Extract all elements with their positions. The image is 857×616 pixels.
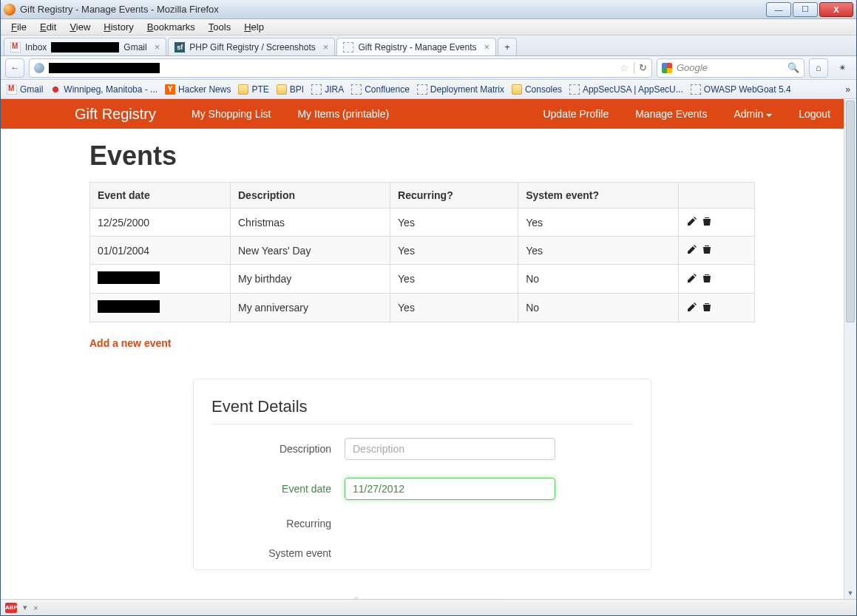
- browser-search-box[interactable]: Google 🔍: [657, 58, 805, 78]
- bookmark-item[interactable]: YHacker News: [165, 84, 231, 95]
- menu-help[interactable]: Help: [238, 20, 270, 34]
- divider: [634, 62, 634, 74]
- menu-view[interactable]: View: [64, 20, 96, 34]
- page-icon: [569, 84, 580, 95]
- cell-event-date: 01/01/2004: [90, 237, 231, 265]
- bookmark-item[interactable]: AppSecUSA | AppSecU...: [569, 84, 683, 95]
- datepicker-notch: [351, 597, 362, 599]
- google-icon: [662, 63, 672, 73]
- panel-heading: Event Details: [211, 397, 633, 424]
- edit-icon[interactable]: [686, 215, 698, 227]
- gmail-icon: [10, 42, 21, 53]
- recurring-label: Recurring: [211, 518, 345, 529]
- edit-icon[interactable]: [686, 272, 698, 284]
- cell-recurring: Yes: [390, 294, 518, 322]
- close-icon[interactable]: ×: [484, 41, 490, 53]
- cell-description: My anniversary: [231, 294, 390, 322]
- browser-nav-toolbar: ← ☆ ↻ Google 🔍 ⌂ ✴: [1, 56, 856, 80]
- cell-event-date: 12/25/2000: [90, 209, 231, 237]
- home-icon: ⌂: [816, 62, 822, 73]
- menu-tools[interactable]: Tools: [203, 20, 237, 34]
- nav-link-admin[interactable]: Admin: [720, 99, 785, 129]
- browser-tab-gmail[interactable]: Inbox Gmail ×: [4, 38, 166, 55]
- bookmark-item[interactable]: JIRA: [311, 84, 344, 95]
- bookmark-item[interactable]: Deployment Matrix: [417, 84, 504, 95]
- addon-bar: ABP ▾ ×: [1, 599, 856, 615]
- trash-icon[interactable]: [701, 272, 713, 284]
- home-button[interactable]: ⌂: [809, 58, 828, 78]
- nav-link-manage-events[interactable]: Manage Events: [622, 99, 720, 129]
- page-icon: [417, 84, 427, 95]
- search-icon[interactable]: 🔍: [787, 62, 799, 73]
- gmail-icon: [7, 84, 17, 95]
- description-input[interactable]: [345, 438, 555, 460]
- tab-label: Gift Registry - Manage Events: [358, 42, 476, 53]
- back-button[interactable]: ←: [5, 58, 24, 78]
- sourceforge-icon: sf: [175, 42, 185, 53]
- reload-icon[interactable]: ↻: [639, 62, 647, 73]
- scrollbar-thumb[interactable]: [846, 101, 855, 322]
- event-details-panel: Event Details Description Event date Rec…: [193, 379, 651, 570]
- table-row: 12/25/2000ChristmasYesYes: [90, 209, 755, 237]
- menu-history[interactable]: History: [98, 20, 139, 34]
- bookmarks-overflow-icon[interactable]: »: [845, 84, 850, 95]
- cell-event-date: [90, 265, 231, 294]
- edit-icon[interactable]: [686, 301, 698, 313]
- scroll-down-icon[interactable]: ▼: [844, 586, 856, 599]
- cell-actions: [679, 294, 755, 322]
- window-maximize-button[interactable]: ☐: [793, 2, 818, 17]
- cell-recurring: Yes: [390, 237, 518, 265]
- trash-icon[interactable]: [701, 301, 713, 313]
- bookmark-label: Deployment Matrix: [430, 84, 504, 95]
- menu-edit[interactable]: Edit: [34, 20, 62, 34]
- cell-system: No: [518, 265, 679, 294]
- bookmark-item[interactable]: BPI: [277, 84, 304, 95]
- window-minimize-button[interactable]: —: [766, 2, 791, 17]
- browser-tab-sourceforge[interactable]: sf PHP Gift Registry / Screenshots ×: [168, 38, 335, 55]
- table-row: My anniversaryYesNo: [90, 294, 755, 322]
- bookmark-item[interactable]: Confluence: [351, 84, 410, 95]
- folder-icon: [512, 84, 522, 95]
- edit-icon[interactable]: [686, 243, 698, 255]
- adblock-icon[interactable]: ABP: [5, 603, 17, 613]
- nav-link-my-items[interactable]: My Items (printable): [284, 99, 402, 129]
- nav-link-logout[interactable]: Logout: [785, 99, 844, 129]
- window-close-button[interactable]: X: [819, 2, 853, 17]
- addon-dropdown-icon[interactable]: ▾: [23, 603, 27, 612]
- trash-icon[interactable]: [701, 215, 713, 227]
- bookmark-item[interactable]: OWASP WebGoat 5.4: [691, 84, 791, 95]
- bookmark-label: PTE: [251, 84, 268, 95]
- bookmark-label: Hacker News: [178, 84, 231, 95]
- bookmark-item[interactable]: PTE: [238, 84, 268, 95]
- bookmark-star-icon[interactable]: ☆: [620, 62, 629, 74]
- page-title: Events: [89, 141, 844, 172]
- nav-link-update-profile[interactable]: Update Profile: [529, 99, 622, 129]
- app-brand[interactable]: Gift Registry: [75, 106, 156, 123]
- browser-menubar: FileEditViewHistoryBookmarksToolsHelp: [1, 19, 856, 35]
- bookmark-item[interactable]: Gmail: [7, 84, 43, 95]
- bookmark-item[interactable]: Winnipeg, Manitoba - ...: [50, 84, 157, 95]
- extensions-button[interactable]: ✴: [833, 58, 852, 78]
- browser-tab-active[interactable]: Gift Registry - Manage Events ×: [336, 38, 496, 55]
- vertical-scrollbar[interactable]: ▲ ▼: [844, 99, 856, 599]
- tab-label: PHP Gift Registry / Screenshots: [189, 42, 316, 53]
- url-bar[interactable]: ☆ ↻: [29, 58, 652, 78]
- trash-icon[interactable]: [701, 243, 713, 255]
- search-placeholder: Google: [677, 62, 708, 73]
- nav-link-shopping-list[interactable]: My Shopping List: [178, 99, 284, 129]
- close-icon[interactable]: ×: [155, 41, 160, 53]
- table-header: [679, 183, 755, 209]
- add-event-link[interactable]: Add a new event: [89, 337, 171, 349]
- addon-close-icon[interactable]: ×: [33, 603, 38, 612]
- bookmark-label: OWASP WebGoat 5.4: [704, 84, 791, 95]
- cell-actions: [679, 237, 755, 265]
- cell-recurring: Yes: [390, 265, 518, 294]
- bookmark-item[interactable]: Consoles: [512, 84, 562, 95]
- close-icon[interactable]: ×: [323, 41, 329, 53]
- new-tab-button[interactable]: +: [498, 38, 517, 55]
- event-date-input[interactable]: [345, 478, 555, 500]
- bookmark-label: BPI: [290, 84, 304, 95]
- menu-bookmarks[interactable]: Bookmarks: [141, 20, 201, 34]
- menu-file[interactable]: File: [5, 20, 33, 34]
- page-viewport: Gift Registry My Shopping List My Items …: [1, 99, 844, 599]
